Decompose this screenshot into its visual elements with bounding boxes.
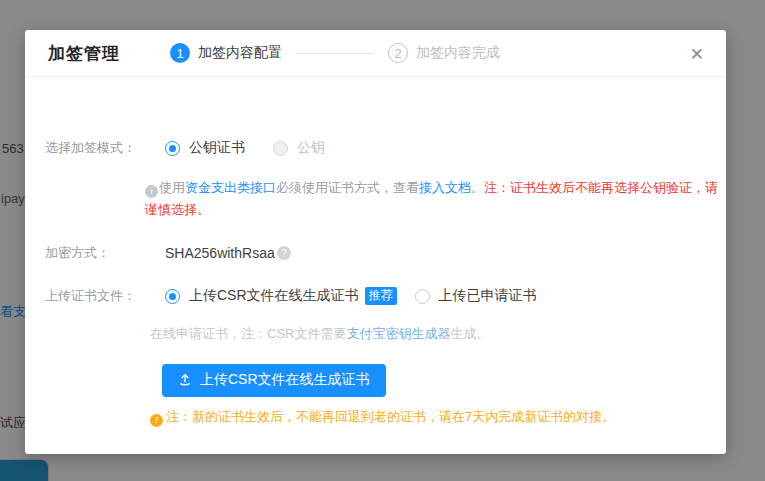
upload-button-label: 上传CSR文件在线生成证书 <box>200 371 370 389</box>
close-icon[interactable]: ✕ <box>686 42 708 67</box>
page: 563 ipay 看支 试应 加签管理 1 加签内容配置 2 加签内容完成 ✕ <box>0 0 765 481</box>
sign-mode-note: i使用资金支出类接口必须使用证书方式，查看接入文档。注：证书生效后不能再选择公钥… <box>145 177 730 221</box>
signature-management-dialog: 加签管理 1 加签内容配置 2 加签内容完成 ✕ 选择加签模式： <box>25 30 726 454</box>
radio-upload-csr-label: 上传CSR文件在线生成证书 <box>189 287 359 305</box>
radio-upload-csr[interactable]: 上传CSR文件在线生成证书 推荐 <box>165 287 397 305</box>
radio-public-key-label: 公钥 <box>297 139 325 157</box>
sign-mode-label: 选择加签模式： <box>45 139 165 157</box>
funds-api-link[interactable]: 资金支出类接口 <box>185 180 276 195</box>
upload-button-wrap: 上传CSR文件在线生成证书 <box>162 364 386 397</box>
encrypt-mode-label: 加密方式： <box>45 244 165 262</box>
dialog-title: 加签管理 <box>48 42 120 65</box>
radio-upload-existing-label: 上传已申请证书 <box>439 287 537 305</box>
radio-unselected-icon[interactable] <box>415 289 430 304</box>
radio-public-key[interactable]: 公钥 <box>273 139 325 157</box>
upload-cert-row: 上传证书文件： 上传CSR文件在线生成证书 推荐 上传已申请证书 <box>45 287 706 305</box>
note-period: 。 <box>471 180 484 195</box>
dialog-body: 选择加签模式： 公钥证书 公钥 i使用资金支出类接口必须使用证书方式，查看接入文… <box>25 77 726 453</box>
radio-public-key-cert-label: 公钥证书 <box>189 139 245 157</box>
encrypt-algorithm-text: SHA256withRsaa <box>165 245 275 261</box>
step-2-number-icon: 2 <box>388 43 408 63</box>
help-icon[interactable]: ? <box>277 246 291 260</box>
hint-prefix: 在线申请证书，注：CSR文件需要 <box>150 326 346 341</box>
step-connector-line <box>296 53 374 54</box>
upload-hint: 在线申请证书，注：CSR文件需要支付宝密钥生成器生成。 <box>150 325 489 343</box>
encrypt-mode-value: SHA256withRsaa ? <box>165 245 291 261</box>
rollback-warning-text: 注：新的证书生效后，不能再回退到老的证书，请在7天内完成新证书的对接。 <box>166 409 615 424</box>
encrypt-mode-row: 加密方式： SHA256withRsaa ? <box>45 244 706 262</box>
note-prefix: 使用 <box>159 180 185 195</box>
sign-mode-row: 选择加签模式： 公钥证书 公钥 <box>45 139 706 157</box>
recommended-badge: 推荐 <box>365 287 397 304</box>
info-icon: i <box>145 185 158 198</box>
step-2: 2 加签内容完成 <box>388 43 500 63</box>
step-2-label: 加签内容完成 <box>416 44 500 62</box>
radio-public-key-cert[interactable]: 公钥证书 <box>165 139 245 157</box>
rollback-warning: !注：新的证书生效后，不能再回退到老的证书，请在7天内完成新证书的对接。 <box>150 408 615 427</box>
step-1: 1 加签内容配置 <box>170 43 282 63</box>
upload-icon <box>178 373 192 387</box>
note-middle: 必须使用证书方式，查看 <box>276 180 419 195</box>
radio-disabled-icon[interactable] <box>273 141 288 156</box>
upload-csr-button[interactable]: 上传CSR文件在线生成证书 <box>162 364 386 397</box>
radio-selected-icon[interactable] <box>165 141 180 156</box>
radio-selected-icon[interactable] <box>165 289 180 304</box>
dialog-header: 加签管理 1 加签内容配置 2 加签内容完成 ✕ <box>25 30 726 77</box>
radio-upload-existing[interactable]: 上传已申请证书 <box>415 287 537 305</box>
step-1-label: 加签内容配置 <box>198 44 282 62</box>
access-docs-link[interactable]: 接入文档 <box>419 180 471 195</box>
step-1-number-icon: 1 <box>170 43 190 63</box>
upload-cert-label: 上传证书文件： <box>45 287 165 305</box>
step-indicator: 1 加签内容配置 2 加签内容完成 <box>170 43 500 63</box>
key-generator-link[interactable]: 支付宝密钥生成器 <box>346 326 450 341</box>
hint-suffix: 生成。 <box>450 326 489 341</box>
warning-icon: ! <box>150 414 163 427</box>
